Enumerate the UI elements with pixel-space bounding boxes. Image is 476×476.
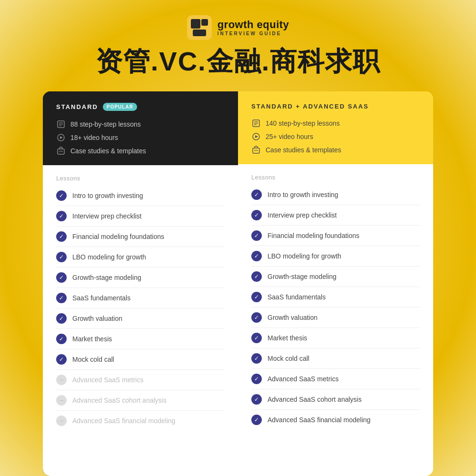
feature-text-lessons-advanced: 140 step-by-step lessons [266,119,340,127]
svg-rect-2 [193,30,206,36]
main-title: 资管.VC.金融.商科求职 [96,44,380,80]
check-active-icon: ✓ [56,272,67,283]
lessons-icon-standard [56,119,66,129]
feature-text-video-advanced: 25+ video hours [266,133,313,140]
lesson-name: Mock cold call [268,355,309,362]
card-standard: STANDARD POPULAR 88 step-by-step lessons… [43,91,238,476]
lesson-name: Advanced SaaS cohort analysis [268,396,362,403]
lesson-name: Market thesis [268,334,307,342]
lesson-name: LBO modeling for growth [268,252,341,260]
features-standard: 88 step-by-step lessons 18+ video hours … [56,119,225,156]
lesson-name: Intro to growth investing [72,192,143,199]
feature-text-cases-advanced: Case studies & templates [266,146,341,154]
lesson-name: Growth valuation [268,314,317,321]
lesson-name: Advanced SaaS financial modeling [268,416,370,424]
check-active-icon: ✓ [251,251,262,261]
check-active-icon: ✓ [251,230,262,241]
check-active-icon: ✓ [251,333,262,343]
feature-cases-advanced: Case studies & templates [251,145,420,155]
brand-name: growth equity [218,19,289,31]
feature-cases-standard: Case studies & templates [56,146,225,156]
list-item: ✓ Financial modeling foundations [251,226,420,246]
feature-text-video-standard: 18+ video hours [70,134,118,141]
lessons-label-standard: Lessons [56,175,225,182]
check-active-icon: ✓ [56,211,67,221]
lesson-name: SaaS fundamentals [268,293,326,301]
list-item: ✓ LBO modeling for growth [56,247,225,268]
list-item: ✓ Advanced SaaS financial modeling [251,410,420,430]
list-item: ✓ Growth-stage modeling [251,267,420,287]
feature-lessons-advanced: 140 step-by-step lessons [251,119,420,128]
lesson-name: Interview prep checklist [268,211,337,219]
lesson-name: Intro to growth investing [268,191,338,198]
list-item: ✓ LBO modeling for growth [251,246,420,267]
svg-marker-17 [255,135,258,138]
lesson-name: Growth-stage modeling [72,274,141,281]
svg-rect-3 [201,19,208,26]
list-item: ✓ SaaS fundamentals [56,288,225,308]
check-active-icon: ✓ [56,293,67,303]
check-active-icon: ✓ [251,374,262,384]
check-active-icon: ✓ [56,231,67,242]
check-inactive-icon: − [56,416,67,426]
lesson-name: Financial modeling foundations [268,232,359,239]
logo-text: growth equity Interview Guide [218,19,289,37]
check-active-icon: ✓ [251,292,262,302]
feature-video-advanced: 25+ video hours [251,132,420,141]
brand-sub: Interview Guide [218,31,289,37]
cases-icon-advanced [251,145,261,155]
list-item: ✓ Interview prep checklist [251,205,420,226]
check-active-icon: ✓ [251,394,262,405]
feature-video-standard: 18+ video hours [56,133,225,142]
lessons-area-advanced: Lessons ✓ Intro to growth investing ✓ In… [238,164,433,476]
list-item: ✓ Growth-stage modeling [56,268,225,288]
check-active-icon: ✓ [251,415,262,425]
lesson-name: Advanced SaaS metrics [268,375,338,383]
check-inactive-icon: − [56,395,67,406]
lesson-name: Mock cold call [72,356,114,363]
plan-title-row-advanced: STANDARD + ADVANCED SAAS [251,103,420,110]
features-advanced: 140 step-by-step lessons 25+ video hours… [251,119,420,155]
list-item: ✓ Advanced SaaS metrics [251,369,420,389]
lessons-icon-advanced [251,119,261,128]
list-item: ✓ Advanced SaaS cohort analysis [251,389,420,410]
list-item: ✓ Intro to growth investing [251,185,420,205]
plan-title-row-standard: STANDARD POPULAR [56,103,225,111]
list-item: − Advanced SaaS metrics [56,370,225,390]
lesson-name: Interview prep checklist [72,212,142,220]
check-active-icon: ✓ [56,354,67,365]
check-inactive-icon: − [56,375,67,385]
card-advanced-header: STANDARD + ADVANCED SAAS 140 step-by-ste… [238,91,433,164]
check-active-icon: ✓ [56,252,67,262]
pricing-cards: STANDARD POPULAR 88 step-by-step lessons… [43,91,433,476]
video-icon-standard [56,133,66,142]
list-item: ✓ Financial modeling foundations [56,227,225,247]
svg-rect-1 [191,19,200,29]
lesson-name: Financial modeling foundations [72,233,164,240]
list-item: ✓ Intro to growth investing [56,186,225,206]
check-active-icon: ✓ [56,334,67,344]
check-active-icon: ✓ [56,313,67,324]
list-item: ✓ Mock cold call [56,349,225,370]
feature-text-lessons-standard: 88 step-by-step lessons [70,120,141,128]
lesson-name: Advanced SaaS cohort analysis [72,397,167,404]
list-item: − Advanced SaaS financial modeling [56,411,225,431]
card-standard-header: STANDARD POPULAR 88 step-by-step lessons… [43,91,238,165]
list-item: ✓ Market thesis [251,328,420,348]
page-header: growth equity Interview Guide [187,15,289,40]
lesson-name: Growth valuation [72,315,122,322]
check-active-icon: ✓ [251,312,262,323]
lesson-name: Growth-stage modeling [268,273,337,280]
lesson-name: Advanced SaaS financial modeling [72,417,175,425]
list-item: ✓ Mock cold call [251,348,420,369]
check-active-icon: ✓ [251,189,262,200]
list-item: ✓ Interview prep checklist [56,206,225,227]
lessons-area-standard: Lessons ✓ Intro to growth investing ✓ In… [43,165,238,476]
popular-badge: POPULAR [103,103,137,111]
video-icon-advanced [251,132,261,141]
list-item: − Advanced SaaS cohort analysis [56,390,225,411]
check-active-icon: ✓ [56,190,67,201]
card-advanced: STANDARD + ADVANCED SAAS 140 step-by-ste… [238,91,433,476]
lessons-label-advanced: Lessons [251,174,420,181]
list-item: ✓ Growth valuation [251,307,420,328]
